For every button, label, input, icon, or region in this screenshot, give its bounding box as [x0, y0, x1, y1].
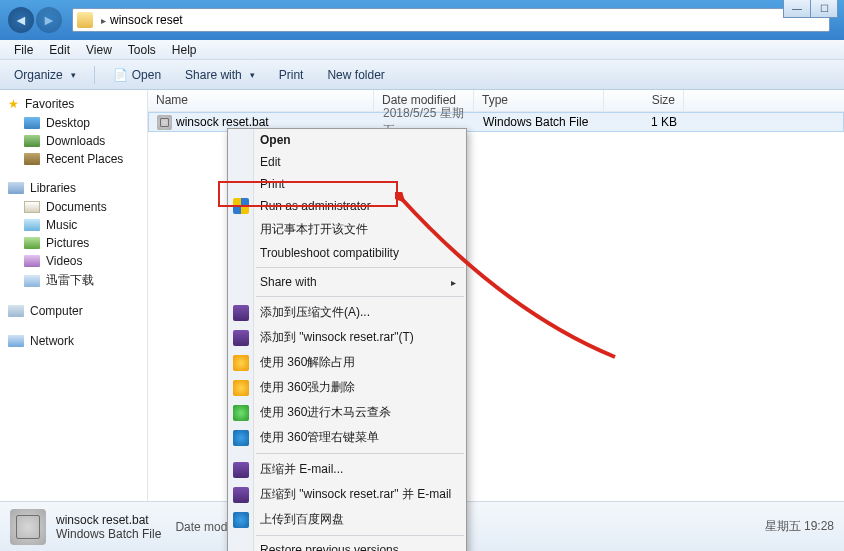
ctx-add-rar-label: 添加到 "winsock reset.rar"(T) [260, 329, 414, 346]
batch-file-icon [10, 509, 46, 545]
separator [256, 453, 464, 454]
address-input[interactable] [110, 13, 825, 27]
music-icon [24, 219, 40, 231]
ctx-troubleshoot[interactable]: Troubleshoot compatibility [228, 242, 466, 264]
menu-help[interactable]: Help [164, 41, 205, 59]
nav-music[interactable]: Music [0, 216, 147, 234]
cmd-organize[interactable]: Organize [8, 65, 82, 85]
nav-xunlei[interactable]: 迅雷下载 [0, 270, 147, 291]
pictures-icon [24, 237, 40, 249]
menu-file[interactable]: File [6, 41, 41, 59]
details-date-value: 星期五 19:28 [765, 518, 834, 535]
titlebar: ◄ ► ▸ — ☐ [0, 0, 844, 40]
nav-documents-label: Documents [46, 200, 107, 214]
nav-back-button[interactable]: ◄ [8, 7, 34, 33]
nav-desktop[interactable]: Desktop [0, 114, 147, 132]
ctx-zip-to-email[interactable]: 压缩到 "winsock reset.rar" 并 E-mail [228, 482, 466, 507]
ctx-add-archive[interactable]: 添加到压缩文件(A)... [228, 300, 466, 325]
menu-edit[interactable]: Edit [41, 41, 78, 59]
ctx-restore-versions[interactable]: Restore previous versions [228, 539, 466, 551]
ctx-edit[interactable]: Edit [228, 151, 466, 173]
360-icon [233, 405, 249, 421]
ctx-run-as-admin[interactable]: Run as administrator [228, 195, 466, 217]
ctx-add-archive-label: 添加到压缩文件(A)... [260, 304, 370, 321]
window-controls: — ☐ [784, 0, 838, 18]
minimize-button[interactable]: — [783, 0, 811, 18]
shield-icon [233, 198, 249, 214]
ctx-add-rar[interactable]: 添加到 "winsock reset.rar"(T) [228, 325, 466, 350]
rar-icon [233, 305, 249, 321]
nav-libraries[interactable]: Libraries [0, 178, 147, 198]
navigation-pane: ★Favorites Desktop Downloads Recent Plac… [0, 90, 148, 501]
ctx-360-unlock-label: 使用 360解除占用 [260, 354, 355, 371]
rar-icon [233, 330, 249, 346]
file-size: 1 KB [605, 115, 685, 129]
ctx-360-menu[interactable]: 使用 360管理右键菜单 [228, 425, 466, 450]
ctx-baidu-label: 上传到百度网盘 [260, 511, 344, 528]
menu-tools[interactable]: Tools [120, 41, 164, 59]
nav-forward-button[interactable]: ► [36, 7, 62, 33]
batch-file-icon [157, 115, 172, 130]
star-icon: ★ [8, 97, 19, 111]
nav-desktop-label: Desktop [46, 116, 90, 130]
ctx-share-with-label: Share with [260, 275, 317, 289]
details-meta: winsock reset.bat Windows Batch File [56, 513, 161, 541]
command-bar: Organize 📄 Open Share with Print New fol… [0, 60, 844, 90]
documents-icon [24, 201, 40, 213]
ctx-360-unlock[interactable]: 使用 360解除占用 [228, 350, 466, 375]
nav-videos-label: Videos [46, 254, 82, 268]
address-bar[interactable]: ▸ [72, 8, 830, 32]
rar-icon [233, 487, 249, 503]
rar-icon [233, 462, 249, 478]
videos-icon [24, 255, 40, 267]
nav-downloads-label: Downloads [46, 134, 105, 148]
details-filename: winsock reset.bat [56, 513, 161, 527]
cmd-new-folder[interactable]: New folder [321, 65, 390, 85]
cmd-print[interactable]: Print [273, 65, 310, 85]
ctx-360-delete-label: 使用 360强力删除 [260, 379, 355, 396]
ctx-360-scan-label: 使用 360进行木马云查杀 [260, 404, 391, 421]
col-type[interactable]: Type [474, 90, 604, 111]
cmd-share[interactable]: Share with [179, 65, 261, 85]
folder-icon [77, 12, 93, 28]
cmd-open[interactable]: 📄 Open [107, 65, 167, 85]
file-name: winsock reset.bat [176, 115, 269, 129]
separator [256, 267, 464, 268]
360-icon [233, 430, 249, 446]
nav-recent[interactable]: Recent Places [0, 150, 147, 168]
chevron-right-icon [451, 275, 456, 289]
ctx-open-notepad[interactable]: 用记事本打开该文件 [228, 217, 466, 242]
nav-documents[interactable]: Documents [0, 198, 147, 216]
menu-view[interactable]: View [78, 41, 120, 59]
libraries-icon [8, 182, 24, 194]
ctx-open[interactable]: Open [228, 129, 466, 151]
360-icon [233, 355, 249, 371]
ctx-zip-email-label: 压缩并 E-mail... [260, 461, 343, 478]
xunlei-icon [24, 275, 40, 287]
ctx-360-delete[interactable]: 使用 360强力删除 [228, 375, 466, 400]
nav-recent-label: Recent Places [46, 152, 123, 166]
nav-favorites[interactable]: ★Favorites [0, 94, 147, 114]
maximize-button[interactable]: ☐ [810, 0, 838, 18]
desktop-icon [24, 117, 40, 129]
ctx-360-scan[interactable]: 使用 360进行木马云查杀 [228, 400, 466, 425]
nav-downloads[interactable]: Downloads [0, 132, 147, 150]
nav-network[interactable]: Network [0, 331, 147, 351]
ctx-360-menu-label: 使用 360管理右键菜单 [260, 429, 379, 446]
360-icon [233, 380, 249, 396]
nav-music-label: Music [46, 218, 77, 232]
recent-icon [24, 153, 40, 165]
col-name[interactable]: Name [148, 90, 374, 111]
ctx-print[interactable]: Print [228, 173, 466, 195]
nav-videos[interactable]: Videos [0, 252, 147, 270]
ctx-baidu-upload[interactable]: 上传到百度网盘 [228, 507, 466, 532]
ctx-share-with[interactable]: Share with [228, 271, 466, 293]
separator [256, 535, 464, 536]
col-size[interactable]: Size [604, 90, 684, 111]
nav-computer[interactable]: Computer [0, 301, 147, 321]
ctx-zip-email[interactable]: 压缩并 E-mail... [228, 457, 466, 482]
nav-computer-label: Computer [30, 304, 83, 318]
chevron-right-icon[interactable]: ▸ [101, 15, 106, 26]
nav-pictures[interactable]: Pictures [0, 234, 147, 252]
file-type: Windows Batch File [475, 115, 605, 129]
